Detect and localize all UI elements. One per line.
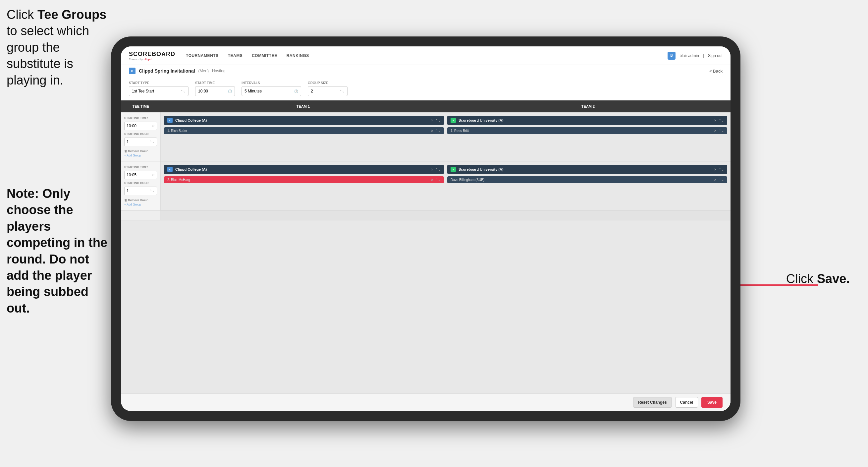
player-arrows-2-2[interactable]: ⌃⌄ [719,178,724,182]
admin-avatar: B [668,52,676,60]
logo-area: SCOREBOARD Powered by clippd [129,51,175,61]
starting-time-label-1: STARTING TIME: [124,116,157,120]
team1-remove-2[interactable]: ✕ [431,168,433,171]
player-item-1-2[interactable]: 2. Blair McHarg ✕ ⌃⌄ [164,176,444,183]
starting-hole-input-1[interactable]: 1 ⌃⌄ [124,138,157,146]
player-item-1-1[interactable]: 1. Rich Butler ✕ ⌃⌄ [164,127,444,134]
player-arrows-1-2[interactable]: ⌃⌄ [435,178,441,182]
team1-controls-1: ✕ ⌃⌄ [431,119,441,122]
teams-panel-2: C Clippd College (A) ✕ ⌃⌄ 2. Blair McHar… [161,162,731,210]
logo-powered: Powered by clippd [129,58,175,61]
nav-right: B blair admin | Sign out [668,52,722,60]
team1-remove-1[interactable]: ✕ [431,119,433,122]
admin-text: blair admin [680,53,699,58]
team1-icon-2: C [167,167,173,172]
logo-scoreboard: SCOREBOARD [129,51,175,58]
team1-left-2: C Clippd College (A) [167,167,207,172]
team2-remove-2[interactable]: ✕ [714,168,717,171]
content-area: Start Type 1st Tee Start ⌃⌄ Start Time 1… [121,77,731,411]
nav-committee[interactable]: COMMITTEE [252,52,277,59]
tablet-screen: SCOREBOARD Powered by clippd TOURNAMENTS… [121,47,731,411]
player-remove-1-1[interactable]: ✕ [431,129,433,133]
team1-icon-1: C [167,118,173,123]
team2-icon-1: S [451,118,456,123]
tee-time-panel-3 [121,210,161,221]
team1-item-1[interactable]: C Clippd College (A) ✕ ⌃⌄ [164,116,444,125]
player-name-2-2: Dave Billingham (SUB) [451,178,484,182]
player-remove-2-2[interactable]: ✕ [714,178,717,182]
intervals-field: Intervals 5 Minutes 🕐 [242,81,301,96]
add-group-button-2[interactable]: + Add Group [124,203,157,206]
group-size-input[interactable]: 2 ⌃⌄ [308,86,347,96]
start-time-input[interactable]: 10:00 🕐 [195,86,235,96]
team2-item-2[interactable]: S Scoreboard University (A) ✕ ⌃⌄ [447,165,727,174]
team1-card-2: C Clippd College (A) ✕ ⌃⌄ 2. Blair McHar… [164,165,444,207]
intervals-input[interactable]: 5 Minutes 🕐 [242,86,301,96]
team2-icon-2: S [451,167,456,172]
player-item-2-1[interactable]: 1. Rees Britt ✕ ⌃⌄ [447,127,727,134]
tee-time-panel-1: STARTING TIME: 10:00 ⏱ STARTING HOLE: 1 … [121,112,161,161]
team2-controls-2: ✕ ⌃⌄ [714,168,724,171]
bottom-bar: Reset Changes Cancel Save [121,393,731,411]
team2-header: Team 2 [445,105,731,108]
add-group-button-1[interactable]: + Add Group [124,154,157,157]
team2-name-2: Scoreboard University (A) [459,167,503,171]
table-row: STARTING TIME: 10:00 ⏱ STARTING HOLE: 1 … [121,112,731,162]
starting-time-input-2[interactable]: 10:05 ⏱ [124,171,157,179]
logo-clippd: clippd [144,58,151,61]
remove-group-button-1[interactable]: 🗑 Remove Group [124,149,157,153]
teams-panel-3 [161,210,731,221]
team2-arrows-2[interactable]: ⌃⌄ [719,168,724,171]
tablet-frame: SCOREBOARD Powered by clippd TOURNAMENTS… [111,36,740,421]
table-header: Tee Time Team 1 Team 2 [121,100,731,112]
nav-rankings[interactable]: RANKINGS [286,52,309,59]
nav-tournaments[interactable]: TOURNAMENTS [186,52,219,59]
nav-teams[interactable]: TEAMS [228,52,243,59]
click-save-label: Click Save. [786,272,850,286]
save-bold: Save. [817,272,850,286]
player-item-2-2[interactable]: Dave Billingham (SUB) ✕ ⌃⌄ [447,176,727,183]
tee-panel-actions-2: 🗑 Remove Group + Add Group [124,199,157,206]
team1-card-1: C Clippd College (A) ✕ ⌃⌄ 1. Rich Butler [164,116,444,158]
team1-controls-2: ✕ ⌃⌄ [431,168,441,171]
tee-panel-actions-1: 🗑 Remove Group + Add Group [124,149,157,157]
table-row: STARTING TIME: 10:05 ⏱ STARTING HOLE: 1 … [121,162,731,210]
starting-time-label-2: STARTING TIME: [124,166,157,169]
team2-remove-1[interactable]: ✕ [714,119,717,122]
player-remove-1-2[interactable]: ✕ [431,178,433,182]
team1-header: Team 1 [161,105,445,108]
team2-item-1[interactable]: S Scoreboard University (A) ✕ ⌃⌄ [447,116,727,125]
instruction-after: to select which group the substitute is … [7,24,89,87]
settings-row: Start Type 1st Tee Start ⌃⌄ Start Time 1… [121,77,731,100]
team1-arrows-2[interactable]: ⌃⌄ [435,168,441,171]
player-arrows-2-1[interactable]: ⌃⌄ [719,129,724,133]
start-time-label: Start Time [195,81,235,85]
team1-arrows-1[interactable]: ⌃⌄ [435,119,441,122]
player-name-1-1: 1. Rich Butler [167,129,187,133]
tee-groups-bold: Tee Groups [37,8,106,22]
group-size-label: Group Size [308,81,347,85]
save-button[interactable]: Save [701,397,722,408]
start-type-label: Start Type [129,81,188,85]
sign-out-link[interactable]: Sign out [708,53,722,58]
start-time-field: Start Time 10:00 🕐 [195,81,235,96]
remove-group-button-2[interactable]: 🗑 Remove Group [124,199,157,202]
team1-item-2[interactable]: C Clippd College (A) ✕ ⌃⌄ [164,165,444,174]
start-type-input[interactable]: 1st Tee Start ⌃⌄ [129,86,188,96]
reset-changes-button[interactable]: Reset Changes [633,397,672,408]
tee-time-panel-2: STARTING TIME: 10:05 ⏱ STARTING HOLE: 1 … [121,162,161,210]
start-type-field: Start Type 1st Tee Start ⌃⌄ [129,81,188,96]
back-button[interactable]: < Back [709,68,722,74]
player-remove-2-1[interactable]: ✕ [714,129,717,133]
cancel-button[interactable]: Cancel [675,397,698,408]
starting-hole-label-1: STARTING HOLE: [124,132,157,136]
player-arrows-1-1[interactable]: ⌃⌄ [435,129,441,133]
teams-panel-1: C Clippd College (A) ✕ ⌃⌄ 1. Rich Butler [161,112,731,161]
table-row [121,210,731,221]
tournament-gender: (Men) [198,68,209,73]
starting-time-input-1[interactable]: 10:00 ⏱ [124,122,157,130]
nav-items: TOURNAMENTS TEAMS COMMITTEE RANKINGS [186,52,668,59]
starting-hole-input-2[interactable]: 1 ⌃⌄ [124,186,157,195]
team2-arrows-1[interactable]: ⌃⌄ [719,119,724,122]
tournament-name: Clippd Spring Invitational [139,68,195,74]
